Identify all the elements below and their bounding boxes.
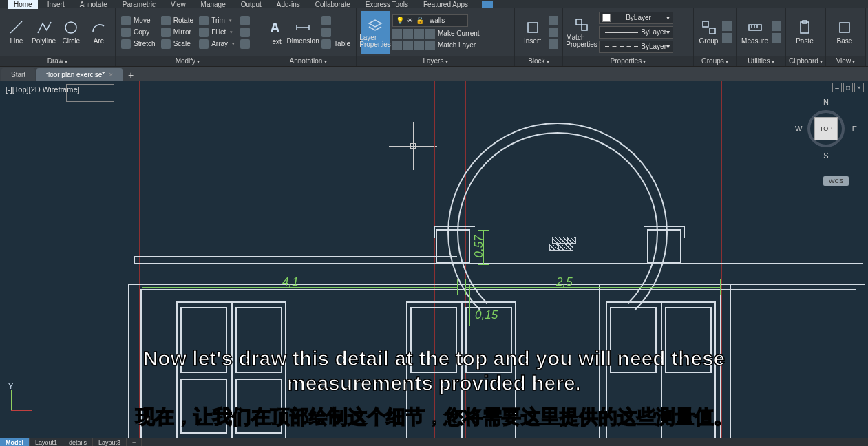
layer-tool1[interactable] <box>392 29 402 39</box>
minimize-btn[interactable]: – <box>832 83 842 92</box>
array-button[interactable]: Array▾ <box>198 39 236 49</box>
dimension-button[interactable]: Dimension <box>288 11 317 54</box>
panel-draw-title[interactable]: Draw <box>0 56 115 66</box>
trim-button[interactable]: Trim▾ <box>198 16 236 25</box>
block-tool3[interactable] <box>549 39 558 49</box>
measure-button[interactable]: Measure <box>741 11 769 54</box>
panel-properties-title[interactable]: Properties <box>563 56 693 66</box>
layout-model[interactable]: Model <box>0 438 30 446</box>
viewcube-e[interactable]: E <box>852 125 857 133</box>
table-button[interactable]: Table <box>320 39 352 49</box>
match-layer-button[interactable]: Match Layer <box>436 41 477 50</box>
util-tool1[interactable] <box>772 21 781 31</box>
block-tool1[interactable] <box>549 16 558 25</box>
rotate-button[interactable]: Rotate <box>160 16 195 25</box>
viewcube[interactable]: N S W E TOP <box>795 98 857 160</box>
layer-tool6[interactable] <box>403 41 413 50</box>
svg-rect-5 <box>528 23 538 32</box>
panel-annotation-title[interactable]: Annotation <box>260 56 356 66</box>
layout-1[interactable]: Layout1 <box>30 438 63 446</box>
insert-button[interactable]: Insert <box>519 11 546 54</box>
copy-button[interactable]: Copy <box>120 28 157 37</box>
dim-ext <box>457 279 458 295</box>
menu-view[interactable]: View <box>165 0 191 9</box>
layout-add[interactable]: + <box>127 438 142 446</box>
layer-tool8[interactable] <box>425 41 435 50</box>
panel-layers-title[interactable]: Layers <box>357 56 514 66</box>
line-button[interactable]: Line <box>4 11 29 54</box>
layout-details[interactable]: details <box>63 438 93 446</box>
menu-annotate[interactable]: Annotate <box>74 0 113 9</box>
lineweight-selector[interactable]: ByLayer▾ <box>599 26 673 39</box>
base-button[interactable]: Base <box>830 11 859 54</box>
modify-extra2[interactable] <box>239 28 251 37</box>
maximize-btn[interactable]: □ <box>843 83 853 92</box>
menu-dropdown-icon[interactable] <box>482 1 493 8</box>
menu-insert[interactable]: Insert <box>42 0 70 9</box>
circle-icon <box>63 19 79 36</box>
menu-collaborate[interactable]: Collaborate <box>310 0 356 9</box>
layer-tool7[interactable] <box>414 41 424 50</box>
stretch-button[interactable]: Stretch <box>120 39 157 49</box>
menu-manage[interactable]: Manage <box>195 0 231 9</box>
layer-selector[interactable]: 💡☀🔓walls <box>392 14 468 27</box>
panel-view-title[interactable]: View <box>826 56 865 66</box>
mirror-button[interactable]: Mirror <box>160 28 195 37</box>
menu-home[interactable]: Home <box>8 0 38 9</box>
mirror-icon <box>161 28 171 37</box>
layer-tool4[interactable] <box>425 29 435 39</box>
wcs-label[interactable]: WCS <box>823 176 849 186</box>
move-button[interactable]: Move <box>120 16 157 25</box>
group-tool1[interactable] <box>722 21 732 31</box>
arc-button[interactable]: Arc <box>86 11 111 54</box>
menu-parametric[interactable]: Parametric <box>117 0 161 9</box>
menu-featuredapps[interactable]: Featured Apps <box>418 0 474 9</box>
panel-utilities-title[interactable]: Utilities <box>737 56 785 66</box>
block-tool2[interactable] <box>549 28 558 37</box>
color-selector[interactable]: ByLayer▾ <box>599 12 673 24</box>
close-icon[interactable]: × <box>109 71 113 78</box>
panel-clipboard-title[interactable]: Clipboard <box>786 56 825 66</box>
layer-tool5[interactable] <box>392 41 402 50</box>
modify-extra1[interactable] <box>239 16 251 25</box>
layer-tool3[interactable] <box>414 29 424 39</box>
leader-button[interactable] <box>320 16 352 25</box>
drawing-canvas[interactable]: [-][Top][2D Wireframe] – □ × N S W E TOP… <box>0 81 868 438</box>
layout-3[interactable]: Layout3 <box>93 438 127 446</box>
circle-button[interactable]: Circle <box>59 11 84 54</box>
tab-start[interactable]: Start <box>1 68 35 81</box>
viewcube-s[interactable]: S <box>823 151 828 160</box>
polyline-button[interactable]: Polyline <box>32 11 56 54</box>
close-btn[interactable]: × <box>854 83 864 92</box>
match-properties-button[interactable]: Match Properties <box>567 11 596 54</box>
viewcube-n[interactable]: N <box>823 98 829 106</box>
paste-button[interactable]: Paste <box>790 11 819 54</box>
scale-button[interactable]: Scale <box>160 39 195 49</box>
fillet-button[interactable]: Fillet▾ <box>198 28 236 37</box>
menu-bar: Home Insert Annotate Parametric View Man… <box>0 0 868 8</box>
tab-add-button[interactable]: + <box>124 69 138 81</box>
linetype-icon <box>605 46 638 47</box>
panel-modify-title[interactable]: Modify <box>116 56 260 66</box>
text-button[interactable]: AText <box>264 11 286 54</box>
move-icon <box>121 16 131 25</box>
menu-output[interactable]: Output <box>235 0 267 9</box>
linetype-selector[interactable]: ByLayer▾ <box>599 41 673 53</box>
menu-expresstools[interactable]: Express Tools <box>360 0 414 9</box>
viewcube-w[interactable]: W <box>795 125 802 133</box>
menu-addins[interactable]: Add-ins <box>271 0 306 9</box>
layer-tool2[interactable] <box>403 29 413 39</box>
layer-properties-button[interactable]: Layer Properties <box>361 11 390 54</box>
make-current-button[interactable]: Make Current <box>436 29 481 39</box>
tab-current-file[interactable]: floor plan exercise*× <box>36 68 123 81</box>
util-tool2[interactable] <box>772 33 781 43</box>
panel-groups-title[interactable]: Groups <box>694 56 736 66</box>
modify-extra3[interactable] <box>239 39 251 49</box>
lock-icon: 🔓 <box>416 17 424 24</box>
viewcube-face[interactable]: TOP <box>814 117 838 140</box>
group-tool2[interactable] <box>722 33 732 43</box>
anno-extra[interactable] <box>320 28 352 37</box>
panel-block-title[interactable]: Block <box>515 56 562 66</box>
group-button[interactable]: Group <box>698 11 719 54</box>
wline <box>128 284 865 285</box>
